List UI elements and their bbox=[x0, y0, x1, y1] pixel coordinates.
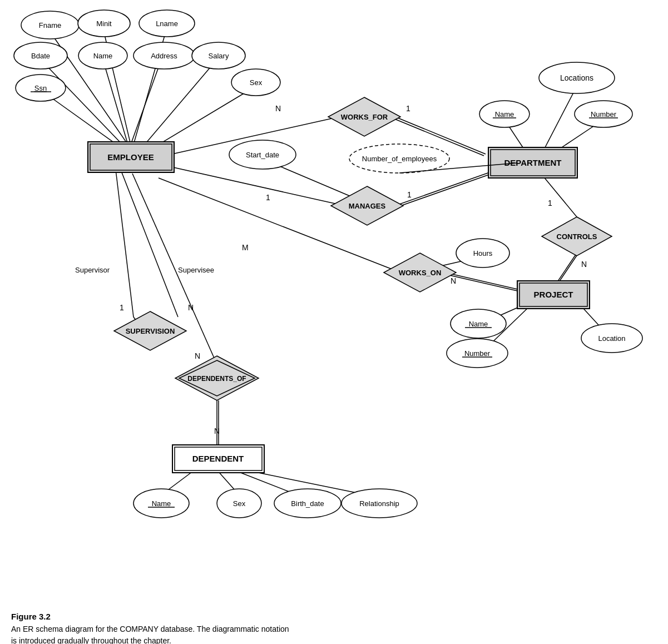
num-employees-attr: Number_of_employees bbox=[362, 155, 437, 163]
fname-attr: Fname bbox=[39, 21, 61, 29]
address-attr: Address bbox=[151, 52, 177, 60]
svg-line-31 bbox=[120, 167, 178, 317]
caption-title: Figure 3.2 bbox=[11, 612, 656, 621]
bdate-attr: Bdate bbox=[31, 52, 50, 60]
sex-emp-attr: Sex bbox=[250, 78, 263, 87]
one-works-for: 1 bbox=[406, 104, 410, 113]
salary-attr: Salary bbox=[209, 52, 229, 60]
svg-line-12 bbox=[545, 86, 577, 147]
start-date-attr: Start_date bbox=[246, 151, 279, 159]
works-for-label: WORKS_FOR bbox=[341, 113, 388, 121]
dept-number-attr: Number bbox=[591, 110, 617, 118]
one-controls: 1 bbox=[548, 199, 552, 207]
n-works-on: N bbox=[451, 276, 456, 285]
supervisor-label: Supervisor bbox=[75, 266, 110, 274]
svg-line-19 bbox=[542, 175, 577, 217]
dep-name-attr: Name bbox=[152, 499, 171, 508]
er-diagram-svg: EMPLOYEE DEPARTMENT PROJECT DEPENDENT WO… bbox=[0, 0, 668, 606]
relationship-attr: Relationship bbox=[359, 499, 399, 508]
svg-line-20 bbox=[556, 253, 577, 284]
manages-label: MANAGES bbox=[349, 202, 386, 210]
svg-line-3 bbox=[41, 60, 122, 145]
hours-attr: Hours bbox=[473, 249, 493, 257]
controls-label: CONTROLS bbox=[557, 232, 597, 241]
one-manages-emp: 1 bbox=[266, 193, 270, 202]
svg-line-29 bbox=[116, 170, 133, 317]
department-label: DEPARTMENT bbox=[504, 158, 561, 167]
caption-line2: is introduced gradually throughout the c… bbox=[11, 635, 656, 644]
svg-line-8 bbox=[159, 86, 256, 145]
minit-attr: Minit bbox=[96, 19, 112, 28]
dependents-of-label: DEPENDENTS_OF bbox=[187, 375, 246, 383]
works-on-label: WORKS_ON bbox=[399, 269, 442, 277]
lname-attr: Lname bbox=[156, 19, 178, 28]
location-attr: Location bbox=[598, 334, 625, 343]
m-works-on: M bbox=[242, 243, 249, 252]
n-dependents-of: N bbox=[214, 427, 220, 435]
one-manages-dept: 1 bbox=[407, 190, 412, 199]
n-works-for: N bbox=[275, 104, 281, 113]
n-controls: N bbox=[581, 260, 587, 269]
proj-name-attr: Name bbox=[469, 320, 488, 328]
name-emp-attr: Name bbox=[93, 52, 113, 60]
svg-line-15 bbox=[159, 164, 345, 206]
dependent-label: DEPENDENT bbox=[192, 454, 244, 463]
one-dependents-of: N bbox=[195, 351, 200, 360]
ssn-attr: Ssn bbox=[34, 84, 47, 92]
locations-attr: Locations bbox=[560, 73, 593, 82]
er-diagram-container: EMPLOYEE DEPARTMENT PROJECT DEPENDENT WO… bbox=[0, 0, 668, 606]
figure-caption: Figure 3.2 An ER schema diagram for the … bbox=[11, 606, 656, 644]
svg-line-6 bbox=[145, 60, 217, 145]
proj-number-attr: Number bbox=[464, 349, 491, 358]
supervision-label: SUPERVISION bbox=[126, 327, 175, 335]
project-label: PROJECT bbox=[534, 290, 573, 299]
n-supervisee: N bbox=[188, 303, 194, 312]
svg-line-16 bbox=[395, 172, 489, 206]
one-supervisor: 1 bbox=[120, 303, 124, 312]
caption-line1: An ER schema diagram for the COMPANY dat… bbox=[11, 623, 656, 635]
dept-name-attr: Name bbox=[495, 110, 514, 118]
svg-line-21 bbox=[558, 253, 578, 284]
supervisee-label: Supervisee bbox=[178, 266, 214, 274]
employee-label: EMPLOYEE bbox=[107, 152, 154, 162]
svg-line-4 bbox=[103, 60, 128, 145]
birth-date-attr: Birth_date bbox=[291, 499, 324, 508]
svg-line-5 bbox=[131, 60, 161, 145]
dep-sex-attr: Sex bbox=[233, 499, 246, 508]
